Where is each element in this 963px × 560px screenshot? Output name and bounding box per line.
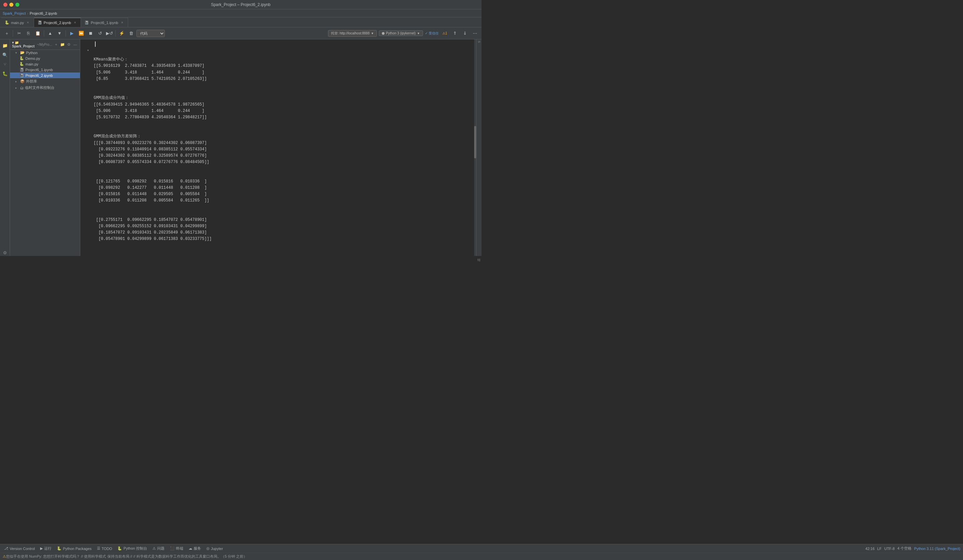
tree-item-project6-1[interactable]: 📓 Project6_1.ipynb bbox=[10, 67, 80, 73]
cut-button[interactable]: ✂ bbox=[15, 29, 23, 37]
expand-arrows-button[interactable]: ⇑ bbox=[451, 29, 459, 37]
breadcrumb-bar: Spark_Project › Project6_2.ipynb bbox=[0, 9, 481, 17]
kernel-type-label: Python 3 (ipykernel) bbox=[386, 31, 416, 35]
collapse-arrows-button[interactable]: ⇓ bbox=[461, 29, 469, 37]
nb-file-icon-2: 📓 bbox=[19, 73, 24, 78]
py-file-icon-2: 🐍 bbox=[19, 62, 24, 66]
main-layout: 📁 🔍 ⑂ 🐛 ⚙ ▾ 📁 Spark_Project ~/MyPro... +… bbox=[0, 39, 481, 256]
tab-close-main-py[interactable]: × bbox=[26, 20, 31, 25]
tree-item-label: Python bbox=[26, 51, 37, 55]
tree-item-temp[interactable]: ▸ 🗂 临时文件和控制台 bbox=[10, 84, 80, 91]
tree-header: ▾ 📁 Spark_Project ~/MyPro... + 📁 ⚙ — bbox=[10, 39, 80, 50]
tree-item-demo-py[interactable]: 🐍 Demo.py bbox=[10, 55, 80, 61]
output-line-6: [[6.54639415 2.94946365 5.48364578 1.987… bbox=[94, 102, 204, 107]
tab-main-py[interactable]: 🐍 main.py × bbox=[2, 18, 34, 27]
restart-run-button[interactable]: ▶↺ bbox=[105, 29, 113, 37]
tab-project6-2[interactable]: 📓 Project6_2.ipynb × bbox=[34, 18, 81, 27]
checkmark-icon: ✓ bbox=[425, 31, 428, 35]
sidebar-project-icon[interactable]: 📁 bbox=[2, 42, 8, 49]
scrollbar-thumb[interactable] bbox=[474, 126, 476, 159]
tab-project6-1[interactable]: 📓 Project6_1.ipynb × bbox=[81, 18, 128, 27]
output-line-14: [[0.121765 0.098292 0.015816 0.010336 ] bbox=[94, 179, 207, 184]
file-tree: ▾ 📁 Spark_Project ~/MyPro... + 📁 ⚙ — ▾ 📂… bbox=[10, 39, 80, 256]
warning-count: 1 bbox=[446, 31, 447, 35]
tree-item-external-libs[interactable]: ▸ 📦 外部库 bbox=[10, 78, 80, 84]
maximize-button[interactable] bbox=[15, 3, 19, 6]
copy-button[interactable]: ⎘ bbox=[24, 29, 32, 37]
tab-close-project6-1[interactable]: × bbox=[120, 20, 125, 25]
editor-area[interactable]: ▾ KMeans聚类中心： [[5.9016129 2.7483871 4.39… bbox=[80, 39, 476, 256]
expand-icon: ▾ bbox=[15, 51, 19, 55]
output-line-19: [0.09662295 0.09255152 0.09103431 0.0429… bbox=[94, 224, 207, 228]
move-down-button[interactable]: ▼ bbox=[55, 29, 63, 37]
output-line-17: [0.010336 0.011208 0.005584 0.011265 ]] bbox=[94, 198, 209, 203]
tab-label: Project6_1.ipynb bbox=[91, 21, 118, 25]
tab-icon: 📓 bbox=[37, 20, 42, 25]
trusted-badge[interactable]: ✓ 受信任 bbox=[425, 31, 439, 36]
output-line-2: [[5.9016129 2.7483871 4.39354839 1.43387… bbox=[94, 63, 204, 68]
project-path: ~/MyPro... bbox=[37, 43, 52, 47]
restart-button[interactable]: ↺ bbox=[96, 29, 104, 37]
interrupt-button[interactable]: ⏹ bbox=[87, 29, 95, 37]
minimize-button[interactable] bbox=[9, 3, 13, 6]
delete-button[interactable]: 🗑 bbox=[127, 29, 135, 37]
add-cell-button[interactable]: ＋ bbox=[3, 29, 11, 37]
tree-item-project6-2[interactable]: 📓 Project6_2.ipynb bbox=[10, 73, 80, 78]
tree-item-main-py[interactable]: 🐍 main.py bbox=[10, 61, 80, 67]
window-title: Spark_Project – Project6_2.ipynb bbox=[211, 2, 271, 7]
schema-icon[interactable]: S bbox=[478, 41, 481, 43]
cell-type-select[interactable]: 代码 Markdown Raw bbox=[136, 30, 165, 37]
more-options-button[interactable]: ⋯ bbox=[471, 29, 479, 37]
sidebar-settings-icon[interactable]: ⚙ bbox=[2, 249, 8, 256]
right-sidebar: S 结 bbox=[476, 39, 481, 256]
output-line-15: [0.098292 0.142277 0.011448 0.011208 ] bbox=[94, 185, 207, 190]
expand-icon-libs: ▸ bbox=[15, 80, 19, 83]
tab-close-project6-2[interactable]: × bbox=[73, 20, 77, 25]
close-button[interactable] bbox=[3, 3, 7, 6]
breadcrumb-separator: › bbox=[27, 11, 28, 15]
cell-output: KMeans聚类中心： [[5.9016129 2.7483871 4.3935… bbox=[80, 47, 476, 252]
libs-icon: 📦 bbox=[20, 79, 25, 84]
run-button[interactable]: ▶ bbox=[68, 29, 76, 37]
tree-item-label: Project6_2.ipynb bbox=[25, 73, 53, 78]
tree-item-label: 外部库 bbox=[26, 79, 37, 84]
file-breadcrumb[interactable]: Project6_2.ipynb bbox=[30, 11, 57, 15]
run-all-button[interactable]: ⏩ bbox=[77, 29, 85, 37]
output-line-1: KMeans聚类中心： bbox=[94, 57, 128, 62]
cell-input-line[interactable] bbox=[80, 41, 476, 47]
warning-toggle-button[interactable]: ⚠ 1 bbox=[441, 29, 449, 37]
kernel-host-badge[interactable]: 托管: http://localhost:8888 ▼ bbox=[328, 30, 377, 37]
tab-label: main.py bbox=[11, 21, 24, 25]
sidebar-vcs-icon[interactable]: ⑂ bbox=[2, 61, 8, 68]
paste-button[interactable]: 📋 bbox=[34, 29, 42, 37]
output-line-13: [0.06087397 0.05574334 0.07276776 0.0848… bbox=[94, 160, 209, 164]
new-folder-button[interactable]: 📁 bbox=[60, 42, 65, 47]
sidebar-search-icon[interactable]: 🔍 bbox=[2, 52, 8, 58]
output-line-16: [0.015816 0.011448 0.029505 0.005584 ] bbox=[94, 192, 207, 196]
output-line-10: [[[0.38744093 0.09223276 0.30244302 0.06… bbox=[94, 141, 207, 145]
window-controls[interactable] bbox=[3, 3, 19, 6]
move-up-button[interactable]: ▲ bbox=[46, 29, 54, 37]
tab-icon: 📓 bbox=[84, 20, 89, 25]
scrollbar-track bbox=[474, 39, 476, 256]
kernel-type-badge[interactable]: Python 3 (ipykernel) ▼ bbox=[379, 31, 423, 36]
tree-settings-button[interactable]: ⚙ bbox=[66, 42, 71, 47]
tree-collapse-button[interactable]: — bbox=[73, 42, 78, 47]
project-breadcrumb[interactable]: Spark_Project bbox=[3, 11, 26, 15]
chevron-down-icon-2: ▼ bbox=[417, 32, 420, 35]
temp-icon: 🗂 bbox=[20, 86, 24, 90]
output-line-18: [[0.2755171 0.09662295 0.18547072 0.0547… bbox=[94, 217, 207, 222]
tab-bar: 🐍 main.py × 📓 Project6_2.ipynb × 📓 Proje… bbox=[0, 17, 481, 28]
circle-icon bbox=[382, 32, 384, 35]
output-line-20: [0.18547072 0.09103431 0.20235849 0.0617… bbox=[94, 230, 207, 235]
tree-item-label: Project6_1.ipynb bbox=[25, 68, 53, 72]
new-file-button[interactable]: + bbox=[54, 42, 59, 47]
tree-item-label: main.py bbox=[25, 62, 39, 66]
collapse-button[interactable]: ▾ bbox=[87, 48, 89, 52]
nb-file-icon: 📓 bbox=[19, 68, 24, 72]
sidebar-debug-icon[interactable]: 🐛 bbox=[2, 70, 8, 77]
connect-button[interactable]: ⚡ bbox=[118, 29, 126, 37]
tree-item-python[interactable]: ▾ 📂 Python bbox=[10, 50, 80, 55]
output-line-5: GMM混合成分均值： bbox=[94, 95, 129, 100]
tab-label: Project6_2.ipynb bbox=[44, 21, 71, 25]
